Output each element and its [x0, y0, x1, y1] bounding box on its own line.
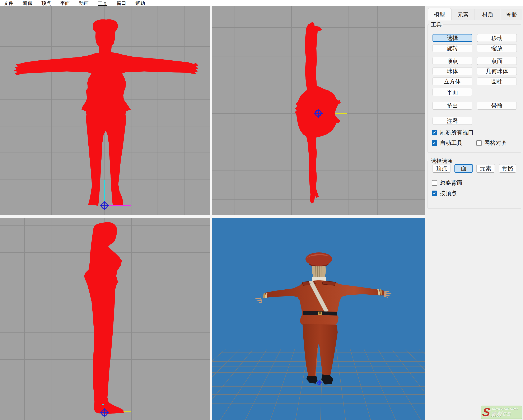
- checkbox-label: 忽略背面: [440, 179, 462, 187]
- menu-window[interactable]: 窗口: [115, 0, 128, 6]
- hand-right: [384, 291, 392, 298]
- tool-vertex-button[interactable]: 顶点: [433, 57, 472, 65]
- shoe-left: [306, 376, 318, 384]
- tool-face-button[interactable]: 点面: [477, 57, 517, 65]
- tool-plane-button[interactable]: 平面: [433, 88, 472, 96]
- tool-joint-button[interactable]: 骨骼: [477, 102, 517, 109]
- hand-left: [255, 297, 262, 303]
- front-wireframe-canvas: [0, 6, 210, 215]
- checkbox-by-vertex[interactable]: ✓按顶点: [432, 189, 457, 197]
- pants: [302, 324, 338, 377]
- watermark-s-icon: S: [482, 406, 491, 418]
- watermark-brand: 素材CS: [490, 411, 518, 418]
- origin-marker-3d: [317, 380, 322, 385]
- side-wireframe-canvas: [0, 218, 210, 420]
- tool-scale-button[interactable]: 缩放: [477, 44, 517, 52]
- top-wireframe-canvas: [212, 6, 425, 215]
- tab-materials[interactable]: 材质: [475, 9, 500, 20]
- menu-file[interactable]: 文件: [2, 0, 15, 6]
- 3d-canvas: [212, 218, 425, 420]
- menubar: 文件编辑顶点平面动画工具窗口帮助: [0, 0, 523, 6]
- menu-edit[interactable]: 编辑: [21, 0, 34, 6]
- selected-vertex-mark: [102, 404, 104, 405]
- selectmode-sel-group-button[interactable]: 元素: [476, 164, 495, 173]
- tool-move-button[interactable]: 移动: [477, 34, 517, 42]
- viewport-top[interactable]: [212, 6, 425, 215]
- checkbox-ignore-backfaces[interactable]: 忽略背面: [432, 179, 462, 187]
- tool-box-button[interactable]: 立方体: [433, 78, 472, 85]
- tool-comment-button[interactable]: 注释: [433, 117, 472, 125]
- tab-groups[interactable]: 元素: [451, 9, 475, 20]
- tools-group-title: 工具: [429, 21, 443, 28]
- checkbox-grid-snap[interactable]: 网格对齐: [476, 139, 507, 147]
- tool-cylinder-button[interactable]: 圆柱: [477, 78, 517, 85]
- checkbox-label: 自动工具: [440, 139, 462, 147]
- watermark-url: SUNPACK.COM: [492, 407, 518, 411]
- tool-extrude-button[interactable]: 挤出: [433, 102, 472, 109]
- checkbox-label: 按顶点: [440, 189, 457, 197]
- menu-vertex[interactable]: 顶点: [40, 0, 53, 6]
- milkshape3d-window: 文件编辑顶点平面动画工具窗口帮助: [0, 0, 523, 420]
- tool-select-button[interactable]: 选择: [433, 34, 472, 42]
- tool-rotate-button[interactable]: 旋转: [433, 44, 472, 52]
- checkbox-auto-tool[interactable]: ✓自动工具: [432, 139, 462, 147]
- shoe-right: [321, 374, 333, 385]
- selectmode-sel-face-button[interactable]: 面: [454, 164, 473, 173]
- tool-panel: 模型元素材质骨骼 工具 选择移动旋转缩放顶点点面球体几何球体立方体圆柱平面挤出骨…: [425, 6, 523, 420]
- selectmode-sel-joint-button[interactable]: 骨骼: [499, 164, 516, 173]
- tool-sphere-button[interactable]: 球体: [433, 67, 472, 75]
- menu-animate[interactable]: 动画: [77, 0, 90, 6]
- tab-model[interactable]: 模型: [428, 8, 451, 20]
- tool-geosphere-button[interactable]: 几何球体: [477, 67, 517, 75]
- menu-face[interactable]: 平面: [58, 0, 72, 6]
- menu-help[interactable]: 帮助: [134, 0, 147, 6]
- checked-checkbox-icon[interactable]: ✓: [432, 140, 437, 146]
- viewport-front[interactable]: [0, 6, 210, 215]
- checkbox-label: 刷新所有视口: [440, 129, 474, 136]
- tab-joints[interactable]: 骨骼: [501, 9, 522, 20]
- viewport-side[interactable]: [0, 218, 210, 420]
- viewport-3d[interactable]: [212, 218, 425, 420]
- selectmode-sel-vertex-button[interactable]: 顶点: [433, 164, 451, 173]
- select-options-title: 选择选项: [429, 157, 454, 165]
- unchecked-checkbox-icon[interactable]: [432, 180, 437, 186]
- checked-checkbox-icon[interactable]: ✓: [432, 130, 437, 135]
- checked-checkbox-icon[interactable]: ✓: [432, 190, 437, 196]
- checkbox-redraw-all-viewports[interactable]: ✓刷新所有视口: [432, 129, 474, 136]
- watermark-logo: S SUNPACK.COM 素材CS: [481, 406, 522, 419]
- checkbox-label: 网格对齐: [484, 139, 507, 147]
- menu-tools[interactable]: 工具: [96, 0, 109, 6]
- unchecked-checkbox-icon[interactable]: [476, 140, 482, 146]
- origin-marker: [100, 201, 109, 210]
